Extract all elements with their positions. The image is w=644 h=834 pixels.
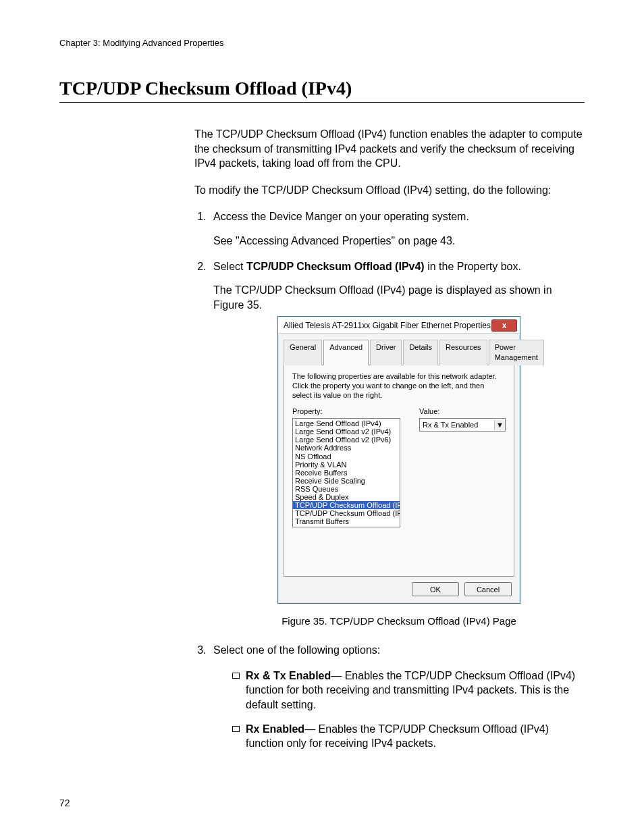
step-2-sub: The TCP/UDP Checksum Offload (IPv4) page… (213, 283, 585, 312)
property-label: Property: (292, 407, 406, 417)
option-2-bold: Rx Enabled (246, 723, 304, 735)
option-rx-enabled: Rx Enabled— Enables the TCP/UDP Checksum… (232, 722, 585, 751)
tab-advanced[interactable]: Advanced (323, 340, 369, 365)
value-selected: Rx & Tx Enabled (420, 420, 494, 430)
properties-dialog: Allied Telesis AT-2911xx Gigabit Fiber E… (277, 316, 520, 604)
property-option[interactable]: Priority & VLAN (293, 461, 400, 469)
tab-general[interactable]: General (284, 340, 322, 365)
intro-paragraph: The TCP/UDP Checksum Offload (IPv4) func… (194, 127, 585, 171)
step-2-prefix: Select (213, 261, 246, 272)
tab-resources[interactable]: Resources (439, 340, 487, 365)
property-option[interactable]: Network Address (293, 444, 400, 452)
property-option[interactable]: Large Send Offload v2 (IPv6) (293, 436, 400, 444)
property-option[interactable]: RSS Queues (293, 485, 400, 493)
step-3: Select one of the following options: Rx … (209, 643, 585, 751)
tab-driver[interactable]: Driver (370, 340, 402, 365)
figure-caption: Figure 35. TCP/UDP Checksum Offload (IPv… (213, 615, 585, 628)
property-option[interactable]: Large Send Offload v2 (IPv4) (293, 427, 400, 436)
value-label: Value: (419, 407, 506, 417)
dialog-instruction: The following properties are available f… (292, 372, 506, 400)
tab-power-management[interactable]: Power Management (489, 340, 544, 365)
step-2: Select TCP/UDP Checksum Offload (IPv4) i… (209, 259, 585, 629)
close-icon[interactable]: x (491, 319, 517, 332)
option-rx-tx-enabled: Rx & Tx Enabled— Enables the TCP/UDP Che… (232, 669, 585, 712)
property-option[interactable]: TCP/UDP Checksum Offload (IPv4) (293, 501, 400, 509)
property-option[interactable]: Large Send Offload (IPv4) (293, 419, 400, 427)
step-2-suffix: in the Property box. (425, 261, 521, 272)
step-2-bold: TCP/UDP Checksum Offload (IPv4) (246, 261, 425, 272)
step-1: Access the Device Manger on your operati… (209, 209, 585, 248)
property-option[interactable]: NS Offload (293, 452, 400, 461)
cancel-button[interactable]: Cancel (464, 582, 512, 596)
property-option[interactable]: Transmit Buffers (293, 517, 400, 525)
property-option[interactable]: TCP/UDP Checksum Offload (IPv6) (293, 509, 400, 517)
step-3-text: Select one of the following options: (213, 644, 380, 656)
property-option[interactable]: Receive Buffers (293, 469, 400, 477)
title-rule (59, 102, 585, 103)
property-option[interactable]: Speed & Duplex (293, 493, 400, 501)
option-1-bold: Rx & Tx Enabled (246, 670, 331, 681)
value-dropdown[interactable]: Rx & Tx Enabled ▼ (419, 418, 506, 432)
chapter-header: Chapter 3: Modifying Advanced Properties (59, 38, 585, 48)
ok-button[interactable]: OK (412, 582, 459, 596)
section-title: TCP/UDP Checksum Offload (IPv4) (59, 78, 585, 99)
page-number: 72 (59, 798, 70, 808)
step-1-sub: See "Accessing Advanced Properties" on p… (213, 234, 585, 249)
chevron-down-icon[interactable]: ▼ (494, 420, 505, 430)
lead-in-paragraph: To modify the TCP/UDP Checksum Offload (… (194, 183, 585, 198)
step-1-text: Access the Device Manger on your operati… (213, 211, 469, 222)
tab-strip: General Advanced Driver Details Resource… (284, 339, 514, 365)
property-option[interactable]: Receive Side Scaling (293, 477, 400, 485)
property-option[interactable]: VLAN ID (293, 525, 400, 527)
tab-details[interactable]: Details (403, 340, 438, 365)
property-listbox[interactable]: Large Send Offload (IPv4)Large Send Offl… (292, 418, 400, 527)
dialog-title: Allied Telesis AT-2911xx Gigabit Fiber E… (284, 320, 491, 331)
